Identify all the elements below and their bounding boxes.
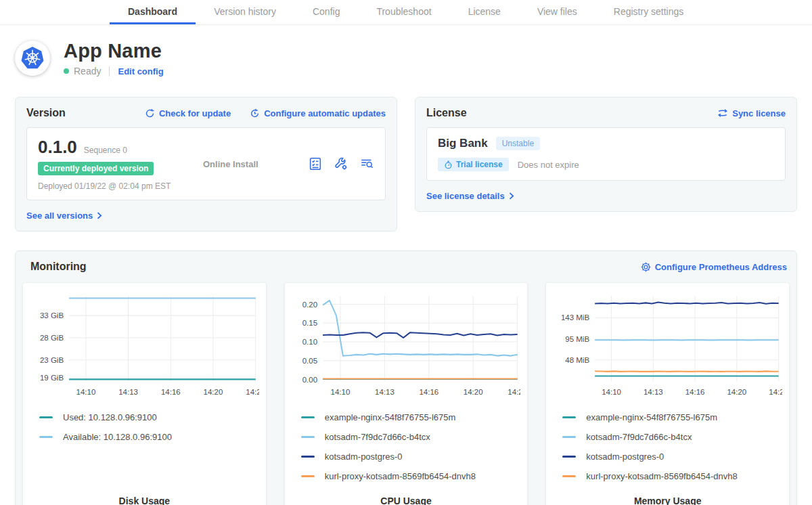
memory-usage-plot: 143 MiB95 MiB48 MiB14:1014:1314:1614:201… (553, 290, 782, 399)
legend-swatch (562, 475, 576, 477)
legend-item: example-nginx-54f8f76755-l675m (562, 408, 782, 427)
legend-swatch (301, 416, 315, 418)
svg-text:0.10: 0.10 (302, 337, 317, 346)
disk-usage-chart-card: 33 GiB28 GiB23 GiB19 GiB14:1014:1314:161… (22, 282, 267, 505)
svg-text:14:16: 14:16 (161, 387, 181, 396)
legend-label: Available: 10.128.0.96:9100 (63, 432, 172, 442)
page-title: App Name (64, 40, 164, 62)
legend-item: kotsadm-postgres-0 (301, 447, 521, 466)
edit-config-link[interactable]: Edit config (118, 66, 163, 76)
see-all-versions-link[interactable]: See all versions (26, 211, 102, 221)
legend-item: kurl-proxy-kotsadm-8569fb6454-dnvh8 (562, 466, 782, 486)
cpu-usage-plot: 0.200.150.100.050.0014:1014:1314:1614:20… (292, 290, 521, 399)
legend-item: kotsadm-7f9dc7d66c-b4tcx (301, 427, 521, 447)
svg-text:14:23: 14:23 (769, 387, 782, 396)
wrench-gear-icon[interactable] (334, 156, 348, 171)
svg-text:14:16: 14:16 (685, 387, 705, 396)
svg-text:14:23: 14:23 (508, 387, 520, 396)
legend-label: kotsadm-7f9dc7d66c-b4tcx (586, 432, 692, 442)
check-for-update-button[interactable]: Check for update (145, 108, 231, 118)
top-nav: DashboardVersion historyConfigTroublesho… (0, 0, 812, 25)
svg-text:48 MiB: 48 MiB (566, 355, 590, 364)
tab-version-history[interactable]: Version history (196, 0, 294, 24)
legend-swatch (562, 436, 576, 438)
svg-text:0.15: 0.15 (302, 318, 317, 327)
svg-text:14:10: 14:10 (602, 387, 622, 396)
app-header: App Name Ready Edit config (15, 40, 797, 76)
svg-text:0.20: 0.20 (302, 299, 317, 308)
clock-update-icon (250, 108, 260, 118)
status-text: Ready (74, 66, 101, 76)
expiry-text: Does not expire (518, 160, 579, 170)
svg-text:28 GiB: 28 GiB (40, 333, 64, 342)
legend-label: example-nginx-54f8f76755-l675m (325, 412, 456, 422)
configure-prometheus-button[interactable]: Configure Prometheus Address (641, 262, 787, 272)
app-logo (15, 41, 50, 76)
legend-swatch (562, 456, 576, 458)
gear-icon (641, 262, 651, 272)
tab-license[interactable]: License (450, 0, 519, 24)
configure-automatic-updates-button[interactable]: Configure automatic updates (250, 108, 386, 118)
svg-text:23 GiB: 23 GiB (40, 355, 64, 364)
version-card: Version Check for update (15, 97, 397, 232)
chevron-right-icon (97, 212, 102, 219)
license-type-badge: Trial license (438, 158, 509, 171)
see-license-details-link[interactable]: See license details (426, 191, 514, 201)
legend-label: kurl-proxy-kotsadm-8569fb6454-dnvh8 (325, 471, 476, 481)
legend-label: example-nginx-54f8f76755-l675m (586, 412, 717, 422)
svg-text:33 GiB: 33 GiB (40, 311, 64, 320)
svg-text:19 GiB: 19 GiB (40, 373, 64, 382)
legend-label: kurl-proxy-kotsadm-8569fb6454-dnvh8 (586, 471, 737, 481)
legend-swatch (301, 456, 315, 458)
svg-text:14:13: 14:13 (118, 387, 138, 396)
legend-label: kotsadm-postgres-0 (325, 452, 403, 462)
tab-view-files[interactable]: View files (519, 0, 595, 24)
nav-tabs: DashboardVersion historyConfigTroublesho… (110, 0, 702, 24)
monitoring-title: Monitoring (30, 261, 87, 273)
legend-label: Used: 10.128.0.96:9100 (63, 412, 157, 422)
legend-item: Available: 10.128.0.96:9100 (39, 427, 259, 447)
chart-title: Memory Usage (553, 486, 782, 505)
memory-usage-chart-card: 143 MiB95 MiB48 MiB14:1014:1314:1614:201… (545, 282, 790, 505)
legend-item: kurl-proxy-kotsadm-8569fb6454-dnvh8 (301, 466, 521, 486)
stopwatch-icon (444, 160, 453, 169)
chevron-right-icon (509, 192, 514, 200)
legend-label: kotsadm-7f9dc7d66c-b4tcx (325, 432, 430, 442)
svg-text:143 MiB: 143 MiB (561, 313, 589, 322)
tab-dashboard[interactable]: Dashboard (110, 0, 196, 24)
sync-license-button[interactable]: Sync license (717, 108, 786, 118)
divider (109, 66, 110, 76)
svg-text:14:16: 14:16 (419, 387, 438, 396)
view-logs-icon[interactable] (359, 156, 374, 171)
deployed-badge: Currently deployed version (38, 162, 154, 175)
legend-swatch (562, 416, 576, 418)
legend-swatch (39, 416, 53, 418)
chart-title: Disk Usage (30, 486, 259, 505)
legend-item: Used: 10.128.0.96:9100 (39, 408, 259, 427)
disk-usage-plot: 33 GiB28 GiB23 GiB19 GiB14:1014:1314:161… (30, 290, 259, 399)
chart-title: CPU Usage (292, 486, 521, 505)
svg-text:95 MiB: 95 MiB (566, 334, 590, 343)
tab-troubleshoot[interactable]: Troubleshoot (358, 0, 449, 24)
version-card-title: Version (26, 107, 66, 119)
tab-registry-settings[interactable]: Registry settings (595, 0, 702, 24)
svg-text:14:13: 14:13 (644, 387, 663, 396)
license-card: License Sync license Big Bank Unstable (415, 97, 797, 212)
license-summary: Big Bank Unstable Trial license Does not… (426, 127, 786, 181)
cpu-usage-legend: example-nginx-54f8f76755-l675mkotsadm-7f… (292, 408, 521, 486)
svg-text:14:20: 14:20 (727, 387, 747, 396)
cpu-usage-chart-card: 0.200.150.100.050.0014:1014:1314:1614:20… (284, 282, 528, 505)
preflight-checks-icon[interactable] (308, 156, 323, 171)
version-number: 0.1.0 (38, 137, 77, 158)
svg-text:14:13: 14:13 (375, 387, 394, 396)
install-type-label: Online Install (194, 159, 308, 169)
sequence-label: Sequence 0 (84, 146, 127, 155)
svg-text:0.00: 0.00 (302, 375, 317, 384)
deployed-timestamp: Deployed 01/19/22 @ 02:04 pm EST (38, 181, 194, 191)
legend-label: kotsadm-postgres-0 (586, 452, 664, 462)
legend-item: example-nginx-54f8f76755-l675m (301, 408, 521, 427)
tab-config[interactable]: Config (294, 0, 358, 24)
svg-text:14:23: 14:23 (246, 387, 258, 396)
legend-swatch (301, 475, 315, 477)
sync-arrows-icon (717, 108, 728, 118)
